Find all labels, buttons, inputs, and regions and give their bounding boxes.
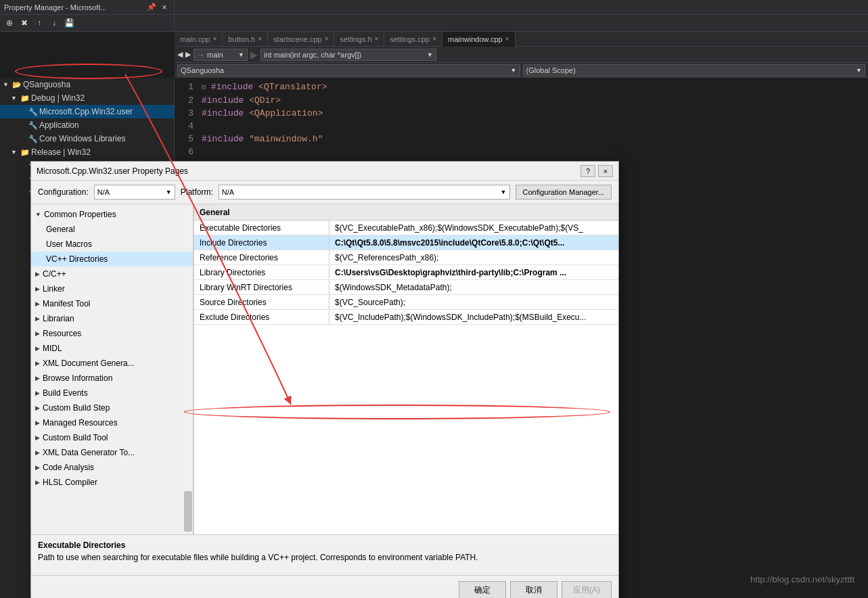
nav-function-dropdown[interactable]: int main(int argc, char *argv[]) ▼ [260,49,436,61]
ok-button[interactable]: 确定 [459,581,506,598]
scope-project-dropdown[interactable]: QSanguosha ▼ [177,64,520,76]
close-property-manager-button[interactable]: × [159,2,170,13]
nav-context-dropdown[interactable]: → main ▼ [193,49,248,61]
prop-label-cpp: C/C++ [43,269,66,279]
config-dropdown[interactable]: N/A ▼ [94,185,175,200]
prop-label-code-analysis: Code Analysis [43,463,94,472]
down-button[interactable]: ↓ [47,16,61,30]
nav-arrow-icon: → [197,51,204,59]
tab-close-startscene[interactable]: × [325,35,329,43]
property-manager-toolbar: ⊕ ✖ ↑ ↓ 💾 [0,15,175,31]
prop-tree-cpp[interactable]: ▶ C/C++ [31,267,193,281]
tab-close-mainwindow[interactable]: × [505,35,509,43]
dialog-close-button[interactable]: × [598,165,613,177]
dialog-description: Executable Directories Path to use when … [31,534,618,575]
property-pages-dialog: Microsoft.Cpp.Win32.user Property Pages … [30,161,619,598]
tab-startscene-cpp[interactable]: startscene.cpp × [268,32,334,47]
prop-tree-build-events[interactable]: ▶ Build Events [31,386,193,400]
wrench-icon-3: 🔧 [28,135,38,143]
nav-forward-button[interactable]: ▶ [185,50,191,59]
tab-button-h[interactable]: button.h × [223,32,268,47]
scope-global-dropdown[interactable]: (Global Scope) ▼ [523,64,866,76]
cancel-button[interactable]: 取消 [510,581,557,598]
tab-mainwindow-cpp[interactable]: mainwindow.cpp × [442,32,516,47]
tab-settings-cpp[interactable]: settings.cpp × [384,32,442,47]
tree-label-qsanguosha: QSanguosha [23,80,70,89]
expander-managed: ▶ [35,419,40,426]
prop-value-source: $(VC_SourcePath); [329,295,618,309]
tree-item-ms-cpp-win32-user-debug[interactable]: 🔧 Microsoft.Cpp.Win32.user [0,105,174,118]
prop-row-library[interactable]: Library Directories C:\Users\vsG\Desktop… [194,265,618,280]
property-manager-title-bar: Property Manager - Microsoft... 📌 × [0,0,175,14]
prop-row-exclude[interactable]: Exclude Directories $(VC_IncludePath);$(… [194,310,618,325]
config-manager-button[interactable]: Configuration Manager... [516,185,612,200]
prop-tree-code-analysis[interactable]: ▶ Code Analysis [31,460,193,475]
prop-tree-librarian[interactable]: ▶ Librarian [31,311,193,326]
add-button[interactable]: ⊕ [3,16,16,30]
prop-name-exclude: Exclude Directories [194,310,329,324]
prop-label-vc-directories: VC++ Directories [46,254,108,264]
platform-label: Platform: [181,187,213,197]
nav-bar: ◀ ▶ → main ▼ ▶ int main(int argc, char *… [175,47,868,63]
prop-label-common: Common Properties [44,210,116,219]
dialog-title-text: Microsoft.Cpp.Win32.user Property Pages [37,166,580,176]
platform-chevron: ▼ [501,189,507,196]
tree-item-application-debug[interactable]: 🔧 Application [0,118,174,132]
up-button[interactable]: ↑ [32,16,46,30]
prop-tree-managed-resources[interactable]: ▶ Managed Resources [31,415,193,430]
tree-item-release-win32[interactable]: ▼ 📁 Release | Win32 [0,145,174,159]
wrench-icon-1: 🔧 [28,108,38,116]
remove-button[interactable]: ✖ [18,16,31,30]
prop-tree-common[interactable]: ▼ Common Properties [31,207,193,222]
prop-label-custom-tool: Custom Build Tool [43,433,108,442]
apply-button[interactable]: 应用(A) [562,581,612,598]
prop-tree-linker[interactable]: ▶ Linker [31,281,193,296]
prop-tree-general[interactable]: General [31,222,193,237]
nav-back-button[interactable]: ◀ [177,50,183,59]
expander-custom-tool: ▶ [35,434,40,441]
dialog-title-bar: Microsoft.Cpp.Win32.user Property Pages … [31,162,618,181]
prop-label-custom-build: Custom Build Step [43,403,110,413]
dialog-help-button[interactable]: ? [580,165,595,177]
tab-close-settings-cpp[interactable]: × [432,35,436,43]
prop-row-source[interactable]: Source Directories $(VC_SourcePath); [194,295,618,310]
section-header-text: General [200,208,230,217]
prop-label-user-macros: User Macros [46,239,92,249]
prop-value-winrt: $(WindowsSDK_MetadataPath); [329,280,618,294]
prop-tree-xml-doc[interactable]: ▶ XML Document Genera... [31,356,193,371]
prop-tree-hlsl[interactable]: ▶ HLSL Compiler [31,475,193,490]
prop-tree-midl[interactable]: ▶ MIDL [31,341,193,356]
tab-settings-h[interactable]: settings.h × [334,32,384,47]
tree-item-debug-win32[interactable]: ▼ 📁 Debug | Win32 [0,91,174,105]
prop-tree-custom-build-step[interactable]: ▶ Custom Build Step [31,400,193,415]
prop-row-executable[interactable]: Executable Directories $(VC_ExecutablePa… [194,221,618,235]
prop-tree-manifest[interactable]: ▶ Manifest Tool [31,296,193,311]
tree-item-qsanguosha[interactable]: ▼ 📂 QSanguosha [0,78,174,91]
tree-label-debug: Debug | Win32 [31,93,85,103]
platform-dropdown[interactable]: N/A ▼ [219,185,510,200]
save-button[interactable]: 💾 [62,16,76,30]
prop-row-reference[interactable]: Reference Directories $(VC_ReferencesPat… [194,250,618,265]
prop-tree-custom-build-tool[interactable]: ▶ Custom Build Tool [31,430,193,445]
tree-item-core-win-debug[interactable]: 🔧 Core Windows Libraries [0,132,174,145]
prop-tree-resources[interactable]: ▶ Resources [31,326,193,341]
tab-close-main[interactable]: × [213,35,217,43]
pin-icon[interactable]: 📌 [147,3,156,12]
tree-label-core-debug: Core Windows Libraries [39,134,125,143]
prop-tree-xml-data[interactable]: ▶ XML Data Generator To... [31,445,193,460]
prop-row-include[interactable]: Include Directories C:\Qt\Qt5.8.0\5.8\ms… [194,235,618,250]
expander-debug: ▼ [11,95,19,101]
tab-main-cpp[interactable]: main.cpp × [175,32,223,47]
prop-tree-user-macros[interactable]: User Macros [31,237,193,252]
tree-label-ms-debug: Microsoft.Cpp.Win32.user [39,107,133,116]
prop-row-winrt[interactable]: Library WinRT Directories $(WindowsSDK_M… [194,280,618,295]
prop-tree-vc-directories[interactable]: VC++ Directories [31,252,193,267]
scope-project-value: QSanguosha [181,66,224,74]
expander-qsanguosha: ▼ [3,81,11,88]
prop-label-resources: Resources [43,329,81,338]
prop-tree-browse[interactable]: ▶ Browse Information [31,371,193,386]
tab-close-button-h[interactable]: × [258,35,262,43]
prop-label-hlsl: HLSL Compiler [43,478,97,487]
config-value: N/A [97,188,110,196]
tab-close-settings-h[interactable]: × [375,35,379,43]
